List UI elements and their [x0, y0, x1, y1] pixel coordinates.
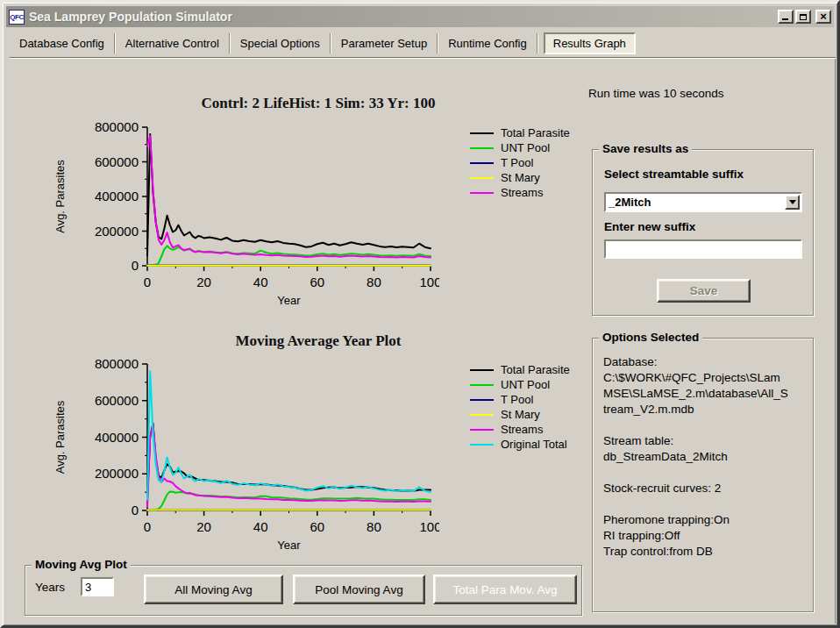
year-plot-legend: Total ParasiteUNT PoolT PoolSt MaryStrea…	[470, 125, 570, 200]
svg-text:40: 40	[253, 519, 268, 534]
series-total-parasite	[147, 424, 431, 500]
legend-item-t-pool: T Pool	[470, 155, 570, 170]
years-label: Years	[35, 581, 65, 594]
tab-database-config[interactable]: Database Config	[10, 33, 115, 54]
legend-label: St Mary	[494, 171, 540, 184]
y-axis-label: Avg. Parasites	[55, 400, 67, 474]
application-window: QFC Sea Lamprey Population Simulator × D…	[0, 0, 840, 628]
legend-line-sample	[470, 384, 494, 386]
tab-bar: Database ConfigAlternative ControlSpecia…	[10, 32, 830, 55]
pool-moving-avg-button[interactable]: Pool Moving Avg	[293, 574, 425, 604]
legend-label: Streams	[494, 186, 543, 199]
legend-label: T Pool	[494, 156, 533, 169]
all-moving-avg-button[interactable]: All Moving Avg	[144, 574, 283, 604]
y-axis-label: Avg. Parasites	[55, 160, 67, 233]
svg-text:400000: 400000	[95, 189, 139, 203]
total-para-moving-avg-button[interactable]: Total Para Mov. Avg	[433, 574, 577, 604]
maximize-button[interactable]	[795, 10, 811, 24]
tab-results-graph[interactable]: Results Graph	[544, 32, 636, 54]
runtime-status-text: Run time was 10 seconds	[588, 87, 724, 100]
svg-text:600000: 600000	[95, 154, 139, 169]
legend-item-total-parasite: Total Parasite	[470, 125, 570, 140]
svg-text:0: 0	[132, 258, 139, 273]
legend-item-streams: Streams	[470, 185, 570, 200]
svg-text:0: 0	[132, 503, 139, 517]
years-input[interactable]	[81, 577, 114, 596]
minimize-button[interactable]	[778, 10, 794, 24]
combo-dropdown-button[interactable]	[785, 195, 800, 210]
svg-text:0: 0	[144, 275, 151, 289]
series-total-parasite	[147, 134, 431, 255]
moving-average-chart: 0200000400000600000800000020406080100Yea…	[55, 351, 439, 558]
svg-text:800000: 800000	[95, 119, 139, 134]
legend-label: Streams	[494, 423, 543, 436]
legend-line-sample	[470, 444, 494, 446]
enter-suffix-label: Enter new suffix	[604, 220, 695, 233]
svg-text:100: 100	[419, 275, 439, 289]
moving-average-plot-title: Moving Average Year Plot	[90, 332, 546, 350]
moving-avg-title: Moving Avg Plot	[32, 558, 131, 571]
select-suffix-label: Select streamtable suffix	[604, 168, 744, 181]
svg-text:400000: 400000	[95, 430, 139, 445]
legend-label: UNT Pool	[494, 378, 550, 391]
save-button[interactable]: Save	[657, 279, 751, 303]
titlebar[interactable]: QFC Sea Lamprey Population Simulator ×	[6, 6, 834, 27]
legend-item-st-mary: St Mary	[470, 170, 570, 185]
maximize-icon	[800, 14, 807, 20]
save-results-title: Save results as	[599, 142, 692, 155]
legend-label: Original Total	[494, 438, 567, 451]
svg-text:800000: 800000	[95, 356, 139, 371]
legend-item-unt-pool: UNT Pool	[470, 140, 570, 155]
legend-label: Total Parasite	[494, 126, 570, 139]
legend-item-t-pool: T Pool	[470, 392, 570, 407]
x-axis-label: Year	[277, 539, 301, 552]
legend-line-sample	[470, 414, 494, 416]
tab-parameter-setup[interactable]: Parameter Setup	[331, 33, 438, 54]
moving-average-legend: Total ParasiteUNT PoolT PoolSt MaryStrea…	[470, 362, 570, 452]
moving-avg-groupbox: Moving Avg Plot Years All Moving Avg Poo…	[25, 565, 582, 616]
tab-alternative-control[interactable]: Alternative Control	[116, 33, 230, 54]
chevron-down-icon	[789, 200, 796, 204]
legend-label: St Mary	[494, 408, 540, 421]
window-title: Sea Lamprey Population Simulator	[29, 10, 778, 24]
x-axis-label: Year	[277, 294, 301, 307]
legend-line-sample	[470, 429, 494, 431]
svg-text:20: 20	[196, 519, 211, 534]
legend-line-sample	[470, 369, 494, 371]
svg-text:600000: 600000	[95, 393, 139, 408]
svg-text:200000: 200000	[95, 466, 139, 481]
legend-label: Total Parasite	[494, 363, 570, 376]
minimize-icon	[782, 18, 788, 20]
legend-line-sample	[470, 147, 494, 149]
legend-item-total-parasite: Total Parasite	[470, 362, 570, 377]
streamtable-suffix-value: _2Mitch	[606, 196, 785, 209]
legend-item-original-total: Original Total	[470, 437, 570, 452]
options-selected-groupbox: Options Selected Database: C:\$WORK\#QFC…	[592, 338, 814, 612]
new-suffix-input[interactable]	[604, 239, 802, 259]
series-original-total	[147, 371, 431, 499]
svg-text:40: 40	[253, 275, 268, 289]
legend-line-sample	[470, 399, 494, 401]
svg-text:80: 80	[367, 275, 381, 289]
legend-label: T Pool	[494, 393, 533, 406]
year-plot-chart: 0200000400000600000800000020406080100Yea…	[55, 114, 439, 312]
year-plot-title: Contrl: 2 LifeHist: 1 Sim: 33 Yr: 100	[90, 95, 546, 112]
legend-label: UNT Pool	[494, 141, 550, 154]
svg-text:60: 60	[310, 275, 324, 289]
app-icon: QFC	[9, 10, 25, 25]
legend-line-sample	[470, 177, 494, 179]
streamtable-suffix-select[interactable]: _2Mitch	[604, 192, 802, 212]
svg-text:200000: 200000	[95, 224, 139, 239]
save-results-groupbox: Save results as Select streamtable suffi…	[592, 149, 814, 316]
tab-runtime-config[interactable]: Runtime Config	[438, 33, 537, 54]
close-icon: ×	[820, 12, 827, 21]
options-selected-text: Database: C:\$WORK\#QFC_Projects\SLam MS…	[603, 354, 807, 560]
close-button[interactable]: ×	[815, 10, 831, 24]
svg-text:100: 100	[419, 519, 439, 534]
options-selected-title: Options Selected	[599, 331, 702, 344]
tab-special-options[interactable]: Special Options	[231, 33, 331, 54]
legend-item-streams: Streams	[470, 422, 570, 437]
svg-text:0: 0	[144, 519, 151, 534]
svg-text:20: 20	[196, 275, 211, 289]
legend-item-st-mary: St Mary	[470, 407, 570, 422]
